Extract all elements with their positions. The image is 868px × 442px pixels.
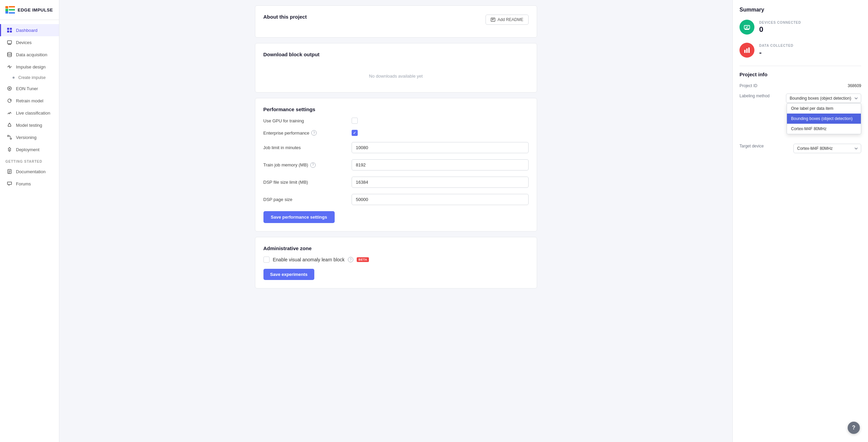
model-icon — [6, 122, 13, 128]
save-performance-settings-button[interactable]: Save performance settings — [263, 211, 335, 223]
data-collected-svg — [743, 46, 751, 54]
sidebar-item-retrain-model[interactable]: Retrain model — [0, 95, 59, 107]
sidebar-item-forums[interactable]: Forums — [0, 178, 59, 190]
target-device-row: Target device Cortex-M4F 80MHz — [739, 144, 861, 153]
about-project-title: About this project — [263, 14, 307, 20]
labeling-dropdown-item-cortex[interactable]: Cortex-M4F 80MHz — [787, 124, 861, 134]
dsp-file-size-input[interactable] — [352, 177, 529, 188]
sidebar-item-data-acquisition-label: Data acquisition — [16, 52, 47, 57]
help-float-button[interactable]: ? — [848, 422, 860, 434]
download-empty-state: No downloads available yet — [263, 63, 529, 84]
data-collected-item: DATA COLLECTED - — [739, 43, 861, 58]
svg-rect-1 — [5, 9, 8, 11]
use-gpu-checkbox[interactable] — [352, 118, 358, 124]
add-readme-button[interactable]: Add README — [486, 15, 528, 25]
project-id-row: Project ID 368609 — [739, 83, 861, 88]
sidebar-item-model-testing-label: Model testing — [16, 123, 42, 128]
enable-visual-anomaly-row: Enable visual anomaly learn block ? BETA — [263, 257, 529, 263]
sidebar-item-create-impulse[interactable]: Create impulse — [0, 73, 59, 82]
sidebar-item-live-classification-label: Live classification — [16, 110, 50, 116]
enterprise-perf-help-icon[interactable]: ? — [311, 130, 317, 136]
svg-point-12 — [13, 77, 15, 79]
labeling-method-select[interactable]: One label per data item Bounding boxes (… — [786, 94, 861, 103]
sidebar-item-deployment[interactable]: Deployment — [0, 143, 59, 156]
sidebar-item-retrain-model-label: Retrain model — [16, 98, 43, 103]
performance-settings-title: Performance settings — [263, 106, 529, 112]
devices-connected-info: DEVICES CONNECTED 0 — [759, 21, 801, 34]
sidebar-item-versioning[interactable]: Versioning — [0, 131, 59, 143]
dsp-page-size-label: DSP page size — [263, 197, 352, 202]
impulse-icon — [6, 64, 13, 70]
svg-rect-2 — [5, 11, 8, 14]
beta-badge: BETA — [357, 257, 369, 262]
enable-visual-anomaly-help-icon[interactable]: ? — [348, 257, 353, 262]
admin-zone-card: Administrative zone Enable visual anomal… — [255, 237, 537, 288]
use-gpu-row: Use GPU for training — [263, 118, 529, 124]
target-device-label: Target device — [739, 144, 780, 148]
dot-icon — [12, 75, 15, 80]
use-gpu-label: Use GPU for training — [263, 118, 352, 123]
about-project-card: About this project Add README — [255, 5, 537, 38]
train-job-memory-row: Train job memory (MB) ? — [263, 159, 529, 170]
sidebar-item-devices-label: Devices — [16, 40, 32, 45]
job-limit-label: Job limit in minutes — [263, 145, 352, 150]
devices-icon — [6, 39, 13, 45]
devices-connected-svg — [743, 23, 751, 31]
svg-rect-0 — [5, 6, 8, 8]
train-job-memory-help-icon[interactable]: ? — [310, 162, 316, 168]
eon-icon — [6, 85, 13, 92]
labeling-dropdown-item-bounding-boxes[interactable]: Bounding boxes (object detection) — [787, 114, 861, 124]
sidebar-item-model-testing[interactable]: Model testing — [0, 119, 59, 131]
sidebar-item-create-impulse-label: Create impulse — [18, 75, 46, 80]
sidebar-item-data-acquisition[interactable]: Data acquisition — [0, 48, 59, 61]
target-device-select[interactable]: Cortex-M4F 80MHz — [793, 144, 861, 153]
retrain-icon — [6, 98, 13, 104]
dsp-file-size-row: DSP file size limit (MB) — [263, 177, 529, 188]
sidebar-item-forums-label: Forums — [16, 181, 31, 186]
enterprise-perf-label: Enterprise performance ? — [263, 130, 352, 136]
job-limit-input[interactable] — [352, 142, 529, 153]
deployment-icon — [6, 146, 13, 153]
sidebar-item-documentation[interactable]: Documentation — [0, 165, 59, 178]
train-job-memory-input[interactable] — [352, 159, 529, 170]
data-collected-label: DATA COLLECTED — [759, 44, 793, 47]
svg-rect-9 — [10, 31, 12, 33]
sidebar-item-dashboard[interactable]: Dashboard — [0, 24, 59, 36]
sidebar-nav: Dashboard Devices Data acquisition Impul… — [0, 20, 59, 442]
download-block-title: Download block output — [263, 52, 529, 57]
performance-settings-card: Performance settings Use GPU for trainin… — [255, 98, 537, 232]
dsp-file-size-label: DSP file size limit (MB) — [263, 180, 352, 185]
versioning-icon — [6, 134, 13, 140]
sidebar-item-eon-tuner[interactable]: EON Tuner — [0, 82, 59, 95]
svg-rect-6 — [7, 28, 9, 30]
data-collected-value: - — [759, 48, 793, 57]
live-icon — [6, 110, 13, 116]
svg-rect-19 — [744, 50, 746, 53]
labeling-method-row: Labeling method One label per data item … — [739, 94, 861, 103]
svg-rect-10 — [7, 41, 12, 44]
dsp-page-size-row: DSP page size — [263, 194, 529, 205]
sidebar-item-dashboard-label: Dashboard — [16, 28, 38, 33]
svg-rect-7 — [10, 28, 12, 30]
sidebar-item-live-classification[interactable]: Live classification — [0, 107, 59, 119]
job-limit-row: Job limit in minutes — [263, 142, 529, 153]
labeling-method-dropdown-list: One label per data item Bounding boxes (… — [787, 103, 861, 134]
sidebar-item-impulse-design[interactable]: Impulse design — [0, 61, 59, 73]
project-id-value: 368609 — [848, 83, 861, 88]
sidebar: EDGE IMPULSE Dashboard Devices Data acqu… — [0, 0, 59, 442]
sidebar-item-devices[interactable]: Devices — [0, 36, 59, 48]
dsp-page-size-input[interactable] — [352, 194, 529, 205]
data-collected-icon — [739, 43, 754, 58]
svg-rect-3 — [9, 6, 15, 7]
svg-rect-21 — [748, 47, 750, 53]
svg-point-15 — [10, 138, 12, 139]
labeling-dropdown-item-one-label[interactable]: One label per data item — [787, 103, 861, 114]
enterprise-perf-checkbox[interactable] — [352, 130, 358, 136]
enable-visual-anomaly-checkbox[interactable] — [263, 257, 270, 263]
project-info-title: Project info — [739, 72, 861, 77]
save-experiments-button[interactable]: Save experiments — [263, 269, 315, 280]
enterprise-perf-row: Enterprise performance ? — [263, 130, 529, 136]
getting-started-label: GETTING STARTED — [0, 156, 59, 165]
svg-rect-8 — [7, 31, 9, 33]
devices-connected-icon — [739, 20, 754, 35]
